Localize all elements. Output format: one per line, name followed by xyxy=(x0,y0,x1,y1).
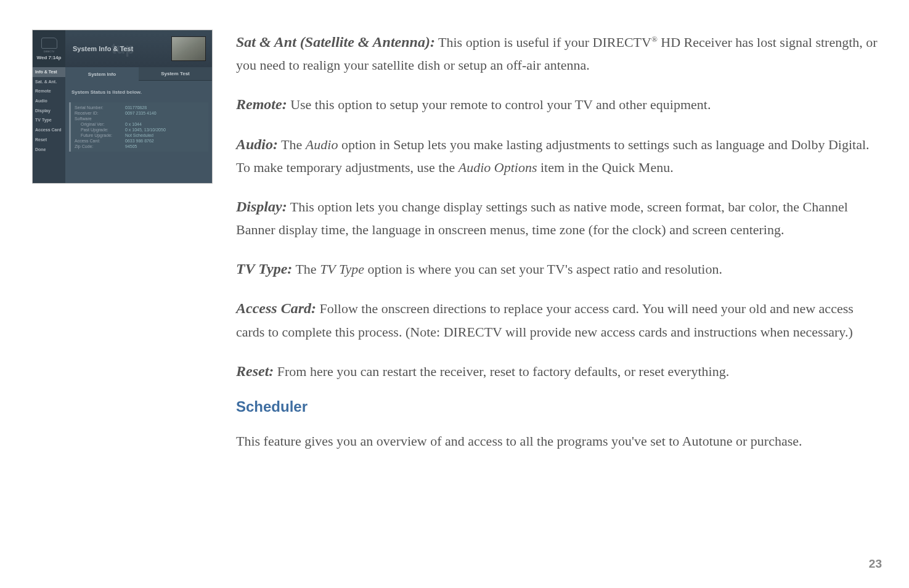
data-row: Future Upgrade:Not Scheduled xyxy=(75,133,205,138)
sidebar-item-done[interactable]: Done xyxy=(33,145,65,155)
sidebar-item-info-test[interactable]: Info & Test xyxy=(33,67,65,77)
directv-logo-icon xyxy=(41,38,57,49)
page-number: 23 xyxy=(869,557,882,571)
term-display: Display: xyxy=(236,198,287,214)
para-access-card: Access Card: Follow the onscreen directi… xyxy=(236,296,884,343)
para-sat-ant: Sat & Ant (Satellite & Antenna): This op… xyxy=(236,30,884,77)
widget-header: DIRECTV Wed 7:14p System Info & Test tup xyxy=(33,30,212,67)
para-reset: Reset: From here you can restart the rec… xyxy=(236,359,884,383)
sidebar-item-access-card[interactable]: Access Card xyxy=(33,125,65,135)
para-remote: Remote: Use this option to setup your re… xyxy=(236,92,884,116)
logo-subtext: DIRECTV xyxy=(44,50,55,53)
para-display: Display: This option lets you change dis… xyxy=(236,194,884,242)
sidebar-item-remote[interactable]: Remote xyxy=(33,86,65,96)
term-reset: Reset: xyxy=(236,363,274,379)
tab-system-test[interactable]: System Test xyxy=(139,67,212,81)
para-audio: Audio: The Audio option in Setup lets yo… xyxy=(236,132,884,179)
sidebar-item-sat-ant[interactable]: Sat. & Ant. xyxy=(33,77,65,87)
data-row: Original Ver:0 x 1044 xyxy=(75,121,205,127)
sidebar-item-reset[interactable]: Reset xyxy=(33,135,65,145)
data-row: Past Upgrade:0 x 1045, 13/10/2050 xyxy=(75,127,205,133)
term-sat-ant: Sat & Ant (Satellite & Antenna): xyxy=(236,34,435,50)
sidebar-item-audio[interactable]: Audio xyxy=(33,96,65,106)
sidebar-item-tv-type[interactable]: TV Type xyxy=(33,115,65,125)
data-row: Access Card:0633 986 8762 xyxy=(75,138,205,144)
para-scheduler: This feature gives you an overview of an… xyxy=(236,430,884,453)
term-remote: Remote: xyxy=(236,96,287,112)
body-text-column: Sat & Ant (Satellite & Antenna): This op… xyxy=(236,30,884,468)
header-thumbnail-image xyxy=(171,36,206,61)
logo-box: DIRECTV Wed 7:14p xyxy=(33,30,65,67)
term-tv-type: TV Type: xyxy=(236,261,292,277)
widget-sidebar: Info & Test Sat. & Ant. Remote Audio Dis… xyxy=(33,67,65,183)
heading-scheduler: Scheduler xyxy=(236,398,884,415)
data-row: Zip Code:94505 xyxy=(75,144,205,149)
faint-bg-text: tup xyxy=(112,40,134,57)
data-row: Software xyxy=(75,116,205,121)
data-row: Receiver ID:0097 2335 4140 xyxy=(75,110,205,116)
system-info-screenshot: DIRECTV Wed 7:14p System Info & Test tup… xyxy=(32,30,213,184)
data-block: Serial Number:031770828 Receiver ID:0097… xyxy=(69,102,208,152)
header-title-box: System Info & Test tup xyxy=(65,30,171,67)
sidebar-item-display[interactable]: Display xyxy=(33,106,65,116)
header-time: Wed 7:14p xyxy=(37,55,62,60)
term-access-card: Access Card: xyxy=(236,300,316,316)
tab-system-info[interactable]: System Info xyxy=(65,67,139,81)
data-row: Serial Number:031770828 xyxy=(75,105,205,110)
status-line: System Status is listed below. xyxy=(65,81,212,102)
term-audio: Audio: xyxy=(236,136,278,152)
para-tv-type: TV Type: The TV Type option is where you… xyxy=(236,256,884,281)
widget-panel: System Info System Test System Status is… xyxy=(65,67,212,183)
